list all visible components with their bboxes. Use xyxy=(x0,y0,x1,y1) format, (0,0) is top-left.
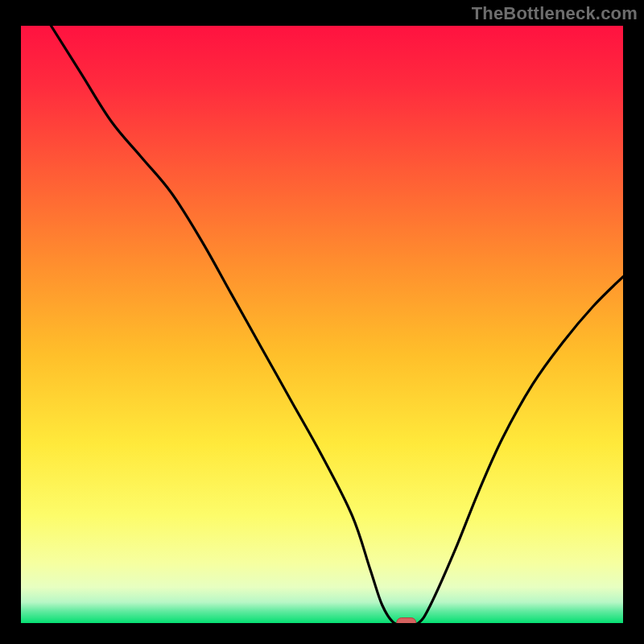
chart-canvas: TheBottleneck.com xyxy=(0,0,644,644)
optimum-marker xyxy=(397,618,416,624)
chart-svg xyxy=(21,26,623,623)
watermark-text: TheBottleneck.com xyxy=(472,3,638,24)
heat-gradient-background xyxy=(21,26,623,623)
plot-area xyxy=(21,26,623,623)
